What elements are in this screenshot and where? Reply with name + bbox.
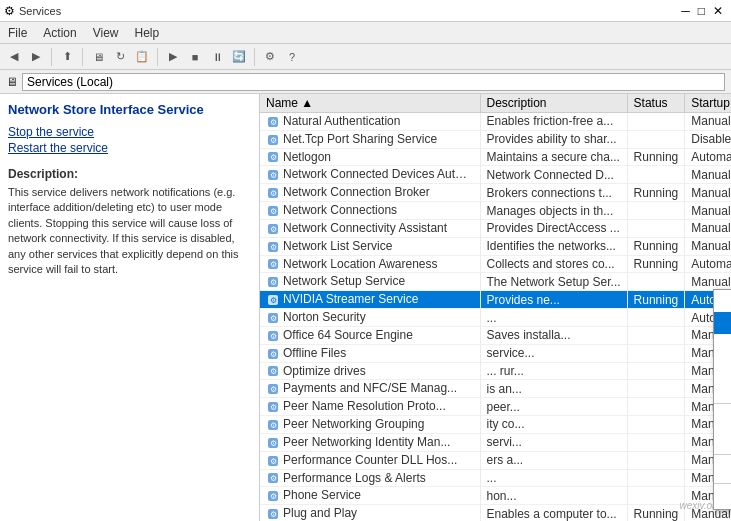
service-name-cell: ⚙Performance Counter DLL Hos... (260, 451, 480, 469)
maximize-btn[interactable]: □ (694, 4, 709, 18)
context-menu-item[interactable]: Refresh (714, 429, 731, 451)
address-bar: 🖥 Services (Local) (0, 70, 731, 94)
up-btn[interactable]: ⬆ (57, 47, 77, 67)
context-menu-item[interactable]: All Tasks (714, 407, 731, 429)
table-row[interactable]: ⚙Peer Name Resolution Proto...peer...Man… (260, 398, 731, 416)
table-row[interactable]: ⚙Natural AuthenticationEnables friction-… (260, 113, 731, 131)
restart-link[interactable]: Restart the service (8, 141, 251, 155)
service-status-cell (627, 273, 685, 291)
table-row[interactable]: ⚙Network Location AwarenessCollects and … (260, 255, 731, 273)
service-name-cell: ⚙Network List Service (260, 237, 480, 255)
minimize-btn[interactable]: ─ (677, 4, 694, 18)
col-name[interactable]: Name ▲ (260, 94, 480, 113)
address-label: 🖥 (6, 75, 18, 89)
service-startup-cell: Manual (Trig... (685, 166, 731, 184)
svg-text:⚙: ⚙ (270, 510, 277, 519)
service-startup-cell: Manual (685, 237, 731, 255)
table-row[interactable]: ⚙Office 64 Source EngineSaves installa..… (260, 326, 731, 344)
service-icon: ⚙ (266, 311, 280, 325)
table-row[interactable]: ⚙NetlogonMaintains a secure cha...Runnin… (260, 148, 731, 166)
restart-btn[interactable]: 🔄 (229, 47, 249, 67)
service-icon: ⚙ (266, 471, 280, 485)
table-row[interactable]: ⚙Network List ServiceIdentifies the netw… (260, 237, 731, 255)
table-row[interactable]: ⚙Payments and NFC/SE Manag...is an...Man… (260, 380, 731, 398)
service-desc-cell: ... (480, 469, 627, 487)
table-row[interactable]: ⚙Network ConnectionsManages objects in t… (260, 202, 731, 220)
service-status-cell (627, 487, 685, 505)
menu-view[interactable]: View (89, 25, 123, 41)
table-row[interactable]: ⚙Network Connected Devices Auto-Set...Ne… (260, 166, 731, 184)
service-name-cell: ⚙Network Connectivity Assistant (260, 219, 480, 237)
service-desc-cell: Identifies the networks... (480, 237, 627, 255)
svg-text:⚙: ⚙ (270, 474, 277, 483)
show-hide-console[interactable]: 🖥 (88, 47, 108, 67)
description-title: Description: (8, 167, 251, 181)
table-row[interactable]: ⚙Plug and PlayEnables a computer to...Ru… (260, 505, 731, 521)
context-menu-item[interactable]: Properties (714, 458, 731, 480)
service-icon: ⚙ (266, 436, 280, 450)
menu-file[interactable]: File (4, 25, 31, 41)
svg-text:⚙: ⚙ (270, 332, 277, 341)
service-status-cell: Running (627, 255, 685, 273)
service-icon: ⚙ (266, 418, 280, 432)
svg-text:⚙: ⚙ (270, 296, 277, 305)
table-row[interactable]: ⚙Optimize drives... rur...Manual (260, 362, 731, 380)
menu-help[interactable]: Help (131, 25, 164, 41)
back-btn[interactable]: ◀ (4, 47, 24, 67)
context-menu-item[interactable]: Restart (714, 378, 731, 400)
service-name-cell: ⚙Network Connections (260, 202, 480, 220)
service-status-cell (627, 451, 685, 469)
service-status-cell (627, 380, 685, 398)
service-name-cell: ⚙Offline Files (260, 344, 480, 362)
col-startup[interactable]: Startup Type (685, 94, 731, 113)
table-row[interactable]: ⚙Performance Logs & Alerts...Manual (260, 469, 731, 487)
table-row[interactable]: ⚙Offline Filesservice...Manual (Trig... (260, 344, 731, 362)
toolbar-sep-3 (157, 48, 158, 66)
start-btn[interactable]: ▶ (163, 47, 183, 67)
service-status-cell (627, 166, 685, 184)
stop-btn[interactable]: ■ (185, 47, 205, 67)
pause-btn[interactable]: ⏸ (207, 47, 227, 67)
service-status-cell (627, 433, 685, 451)
service-status-cell: Running (627, 237, 685, 255)
help-btn[interactable]: ? (282, 47, 302, 67)
refresh-btn[interactable]: ↻ (110, 47, 130, 67)
table-row[interactable]: ⚙Norton Security...Automatic (260, 309, 731, 327)
forward-btn[interactable]: ▶ (26, 47, 46, 67)
properties-btn[interactable]: ⚙ (260, 47, 280, 67)
table-wrapper[interactable]: Name ▲ Description Status Startup Type ⚙… (260, 94, 731, 521)
table-row[interactable]: ⚙Net.Tcp Port Sharing ServiceProvides ab… (260, 130, 731, 148)
table-row[interactable]: ⚙Performance Counter DLL Hos...ers a...M… (260, 451, 731, 469)
svg-text:⚙: ⚙ (270, 492, 277, 501)
service-name-cell: ⚙Network Setup Service (260, 273, 480, 291)
service-name-cell: ⚙Peer Networking Grouping (260, 416, 480, 434)
stop-link[interactable]: Stop the service (8, 125, 251, 139)
context-menu-item[interactable]: Stop (714, 312, 731, 334)
service-desc-cell: service... (480, 344, 627, 362)
table-row[interactable]: ⚙Network Connection BrokerBrokers connec… (260, 184, 731, 202)
toolbar-sep-4 (254, 48, 255, 66)
table-row[interactable]: ⚙NVIDIA Streamer ServiceProvides ne...Ru… (260, 291, 731, 309)
context-menu: StartStopPauseResumeRestartAll TasksRefr… (713, 289, 731, 510)
service-icon: ⚙ (266, 293, 280, 307)
table-row[interactable]: ⚙Network Setup ServiceThe Network Setup … (260, 273, 731, 291)
service-desc-cell: Enables a computer to... (480, 505, 627, 521)
toolbar-sep-1 (51, 48, 52, 66)
context-menu-item[interactable]: Help (714, 487, 731, 509)
export-list[interactable]: 📋 (132, 47, 152, 67)
table-row[interactable]: ⚙Network Connectivity AssistantProvides … (260, 219, 731, 237)
service-icon: ⚙ (266, 222, 280, 236)
svg-text:⚙: ⚙ (270, 314, 277, 323)
main-container: Network Store Interface Service Stop the… (0, 94, 731, 521)
table-row[interactable]: ⚙Peer Networking Identity Man...servi...… (260, 433, 731, 451)
col-description[interactable]: Description (480, 94, 627, 113)
service-startup-cell: Automatic (685, 148, 731, 166)
table-row[interactable]: ⚙Phone Servicehon...Manual (Trig... (260, 487, 731, 505)
context-menu-item: Resume (714, 356, 731, 378)
table-row[interactable]: ⚙Peer Networking Groupingity co...Manual (260, 416, 731, 434)
context-menu-item[interactable]: Start (714, 290, 731, 312)
col-status[interactable]: Status (627, 94, 685, 113)
description-text: This service delivers network notificati… (8, 185, 251, 277)
close-btn[interactable]: ✕ (709, 4, 727, 18)
menu-action[interactable]: Action (39, 25, 80, 41)
